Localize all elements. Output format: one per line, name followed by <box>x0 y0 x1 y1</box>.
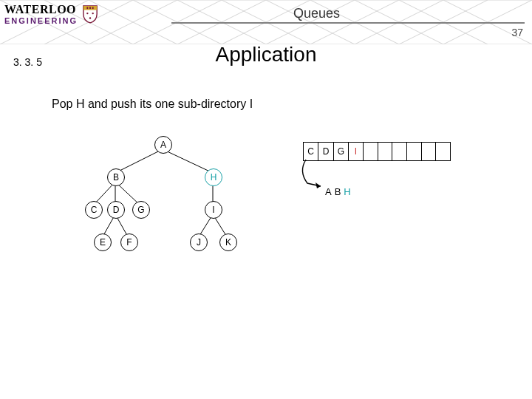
tree-node-I: I <box>205 201 222 219</box>
tree-node-G: G <box>132 201 150 219</box>
visited-sequence: ABH <box>325 186 354 197</box>
visited-node: B <box>335 186 344 197</box>
svg-rect-24 <box>86 7 88 9</box>
logo-text-top: WATERLOO <box>4 3 78 16</box>
queue-cell <box>436 143 451 161</box>
tree-node-E: E <box>94 233 112 251</box>
queue-cell <box>406 143 421 161</box>
page-number: 37 <box>511 27 523 38</box>
tree-node-J: J <box>190 233 208 251</box>
svg-point-28 <box>92 13 93 14</box>
tree-node-D: D <box>107 201 125 219</box>
svg-point-29 <box>89 17 91 18</box>
queue-cell <box>392 143 407 161</box>
queue-cell <box>421 143 436 161</box>
tree-node-K: K <box>219 233 237 251</box>
queue-cell <box>378 143 392 161</box>
header-topic: Queues <box>293 6 340 21</box>
visited-node: A <box>325 186 335 197</box>
svg-point-27 <box>86 13 88 14</box>
tree-edges <box>81 133 288 266</box>
header-underline <box>171 22 525 24</box>
body-text: Pop H and push its one sub-directory I <box>52 98 253 111</box>
shield-icon <box>82 4 98 24</box>
visited-node: H <box>344 186 353 197</box>
tree-node-F: F <box>120 233 138 251</box>
svg-rect-25 <box>89 7 91 9</box>
svg-line-30 <box>115 149 163 173</box>
tree-node-C: C <box>85 201 103 219</box>
tree-node-A: A <box>154 136 172 154</box>
logo-text-bottom: ENGINEERING <box>4 16 78 25</box>
tree-node-B: B <box>107 168 125 186</box>
tree-node-H: H <box>205 168 222 186</box>
queue-cell: I <box>348 143 363 161</box>
waterloo-logo: WATERLOO ENGINEERING <box>4 3 98 25</box>
svg-line-31 <box>163 149 213 173</box>
slide-title: Application <box>0 43 532 66</box>
svg-rect-26 <box>92 7 94 9</box>
diagram: A B H C D G I E F J K CDGI ABH <box>81 133 451 281</box>
queue-cell <box>363 143 378 161</box>
